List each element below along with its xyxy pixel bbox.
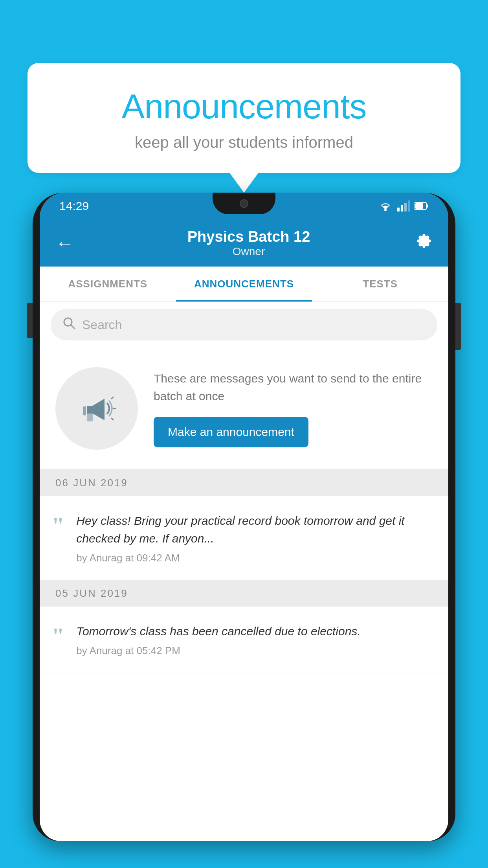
content-area: Search	[40, 302, 448, 673]
date-separator-1: 06 JUN 2019	[40, 470, 448, 496]
svg-point-0	[384, 209, 387, 211]
wifi-icon	[378, 200, 393, 211]
svg-rect-13	[87, 414, 93, 421]
announcement-text-2: Tomorrow's class has been cancelled due …	[76, 622, 433, 640]
svg-rect-6	[426, 204, 428, 208]
app-bar: ← Physics Batch 12 Owner	[40, 219, 448, 267]
svg-rect-7	[415, 203, 423, 209]
svg-rect-4	[408, 200, 410, 211]
tab-assignments[interactable]: ASSIGNMENTS	[40, 267, 176, 302]
speech-bubble-section: Announcements keep all your students inf…	[28, 63, 460, 173]
search-placeholder: Search	[82, 318, 122, 332]
back-button[interactable]: ←	[55, 232, 74, 254]
quote-icon-2: "	[51, 624, 64, 648]
announcement-item-2[interactable]: " Tomorrow's class has been cancelled du…	[40, 607, 448, 673]
app-bar-title-container: Physics Batch 12 Owner	[82, 228, 415, 258]
tabs-bar: ASSIGNMENTS ANNOUNCEMENTS TESTS	[40, 267, 448, 302]
svg-rect-1	[397, 208, 400, 211]
svg-line-12	[112, 418, 113, 420]
phone-screen: 14:29	[40, 193, 448, 841]
search-icon	[62, 316, 76, 333]
camera	[240, 199, 248, 208]
megaphone-icon	[75, 387, 118, 430]
announcement-item-1[interactable]: " Hey class! Bring your practical record…	[40, 496, 448, 580]
make-announcement-button[interactable]: Make an announcement	[154, 417, 308, 447]
announcement-content-2: Tomorrow's class has been cancelled due …	[76, 622, 433, 657]
svg-line-10	[112, 397, 113, 399]
announcement-cta-section: These are messages you want to send to t…	[40, 348, 448, 470]
announcements-title: Announcements	[59, 86, 429, 127]
tab-announcements[interactable]: ANNOUNCEMENTS	[176, 267, 312, 302]
battery-icon	[415, 201, 429, 211]
status-time: 14:29	[59, 199, 89, 213]
search-magnifier-icon	[62, 316, 76, 330]
phone-mockup: 14:29	[33, 193, 455, 868]
announcement-text-1: Hey class! Bring your practical record b…	[76, 512, 433, 547]
status-icons	[378, 200, 429, 211]
phone-outer-frame: 14:29	[33, 193, 455, 841]
date-separator-2: 05 JUN 2019	[40, 580, 448, 607]
svg-rect-2	[401, 205, 403, 211]
search-container: Search	[40, 302, 448, 348]
announcement-content-1: Hey class! Bring your practical record b…	[76, 512, 433, 564]
phone-notch	[213, 193, 275, 214]
signal-icon	[397, 200, 410, 211]
megaphone-circle	[55, 367, 138, 450]
svg-rect-3	[404, 203, 407, 211]
app-bar-subtitle: Owner	[82, 245, 415, 258]
app-bar-title: Physics Batch 12	[82, 228, 415, 245]
gear-icon	[415, 232, 433, 250]
svg-line-9	[71, 325, 75, 329]
speech-bubble-card: Announcements keep all your students inf…	[28, 63, 460, 173]
announcement-meta-1: by Anurag at 09:42 AM	[76, 552, 433, 564]
cta-description: These are messages you want to send to t…	[154, 370, 433, 405]
settings-button[interactable]	[415, 232, 433, 254]
quote-icon-1: "	[51, 514, 64, 537]
search-bar[interactable]: Search	[51, 309, 437, 340]
announcements-subtitle: keep all your students informed	[59, 134, 429, 151]
cta-right: These are messages you want to send to t…	[154, 370, 433, 447]
announcement-meta-2: by Anurag at 05:42 PM	[76, 645, 433, 657]
tab-tests[interactable]: TESTS	[312, 267, 448, 302]
